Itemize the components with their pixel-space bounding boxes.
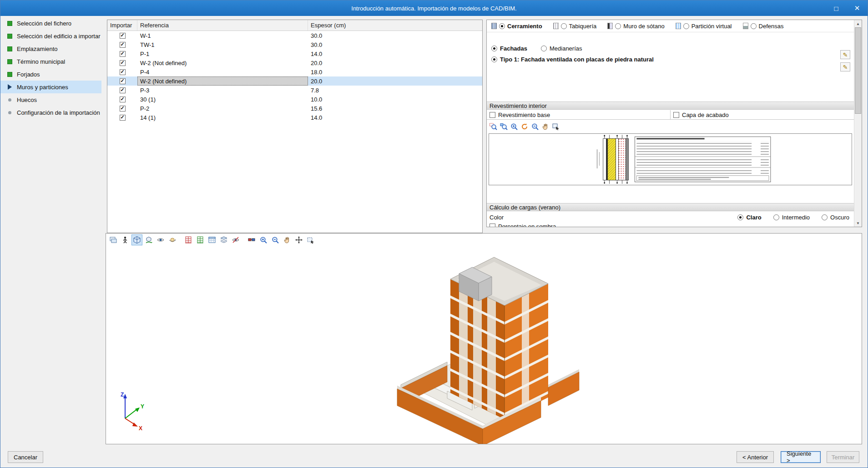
orbit-icon[interactable] — [167, 234, 178, 245]
shade-checkbox[interactable] — [490, 224, 495, 228]
radio-medianerias[interactable]: Medianerías — [541, 45, 582, 52]
stack-icon[interactable] — [218, 234, 229, 245]
zoom-in-icon[interactable] — [510, 122, 519, 131]
table-row[interactable]: 30 (1)10.0 — [107, 95, 482, 104]
radio[interactable] — [737, 214, 743, 220]
tab-cerramiento[interactable]: Cerramiento — [491, 23, 542, 30]
glasses-icon[interactable] — [246, 234, 257, 245]
table-row[interactable]: TW-130.0 — [107, 40, 482, 49]
edit-type-button[interactable]: ✎ — [840, 50, 850, 59]
floors-red-icon[interactable] — [183, 234, 194, 245]
close-button[interactable]: ✕ — [847, 0, 868, 16]
import-checkbox[interactable] — [120, 87, 126, 93]
radio-tipo-1[interactable]: Tipo 1: Fachada ventilada con placas de … — [491, 56, 654, 63]
thickness-cell: 15.6 — [308, 104, 482, 113]
walls-table: Importar Referencia Espesor (cm) W-130.0… — [107, 20, 483, 233]
scroll-down-icon[interactable]: ▼ — [854, 219, 862, 227]
hide-icon[interactable] — [230, 234, 241, 245]
scroll-up-icon[interactable]: ▲ — [854, 20, 862, 27]
radio[interactable] — [491, 46, 497, 51]
pan-hand-icon[interactable] — [541, 122, 550, 131]
import-checkbox[interactable] — [120, 69, 126, 75]
maximize-button[interactable]: □ — [826, 0, 847, 16]
tab-radio[interactable] — [499, 23, 505, 29]
radio-claro[interactable]: Claro — [737, 214, 761, 221]
import-checkbox[interactable] — [120, 33, 126, 39]
floors-green-icon[interactable] — [195, 234, 206, 245]
tab-muro-sotano[interactable]: Muro de sótano — [607, 23, 664, 30]
table-row[interactable]: P-418.0 — [107, 67, 482, 76]
export-view-icon[interactable] — [551, 122, 560, 131]
redraw-icon[interactable] — [520, 122, 529, 131]
radio[interactable] — [773, 214, 779, 220]
zoom-window-icon[interactable] — [489, 122, 498, 131]
previous-button[interactable]: < Anterior — [737, 451, 774, 463]
import-checkbox[interactable] — [120, 51, 126, 57]
zoom-extents-icon[interactable] — [499, 122, 508, 131]
import-checkbox[interactable] — [120, 42, 126, 48]
import-checkbox[interactable] — [120, 60, 126, 66]
pan-hand-icon[interactable] — [282, 234, 293, 245]
capa-acabado-option[interactable]: Capa de acabado — [670, 110, 854, 119]
shade-percentage-option[interactable]: Porcentaje en sombra — [490, 222, 556, 227]
radio[interactable] — [491, 56, 497, 62]
sidebar-item-label: Forjados — [17, 71, 40, 78]
zoom-out-icon[interactable] — [530, 122, 540, 131]
sidebar-item-muros-particiones[interactable]: Muros y particiones — [0, 81, 101, 93]
visibility-icon[interactable] — [155, 234, 166, 245]
radio-fachadas[interactable]: Fachadas — [491, 45, 527, 52]
tab-radio[interactable] — [561, 23, 567, 29]
grid-icon[interactable] — [207, 234, 217, 245]
table-row[interactable]: P-215.6 — [107, 104, 482, 113]
table-row-selected[interactable]: W-2 (Not defined)20.0 — [107, 76, 482, 86]
import-checkbox[interactable] — [120, 97, 126, 102]
scrollbar-thumb[interactable] — [855, 27, 861, 114]
table-row[interactable]: P-37.8 — [107, 86, 482, 95]
tab-radio[interactable] — [683, 23, 689, 29]
sidebar-item-huecos[interactable]: Huecos — [0, 93, 101, 106]
revestimiento-base-checkbox[interactable] — [490, 112, 495, 118]
import-checkbox[interactable] — [120, 106, 126, 112]
tab-radio[interactable] — [751, 23, 757, 29]
sidebar-item-seleccion-fichero[interactable]: Selección del fichero — [0, 17, 101, 30]
sidebar-item-forjados[interactable]: Forjados — [0, 68, 101, 81]
table-row[interactable]: W-130.0 — [107, 31, 482, 40]
reference-cell: 14 (1) — [137, 113, 308, 122]
radio[interactable] — [822, 214, 828, 220]
sidebar-item-emplazamiento[interactable]: Emplazamiento — [0, 42, 101, 55]
reference-cell: 30 (1) — [137, 95, 308, 104]
sidebar-item-termino-municipal[interactable]: Término municipal — [0, 55, 101, 68]
table-row[interactable]: W-2 (Not defined)20.0 — [107, 58, 482, 67]
cancel-button[interactable]: Cancelar — [8, 451, 43, 463]
sidebar-item-seleccion-edificio[interactable]: Selección del edificio a importar — [0, 30, 101, 42]
capture-icon[interactable] — [305, 234, 316, 245]
next-button[interactable]: Siguiente > — [781, 451, 821, 463]
layers-icon[interactable] — [108, 234, 119, 245]
radio[interactable] — [541, 46, 547, 51]
tab-particion-virtual[interactable]: Partición virtual — [676, 23, 732, 30]
rotate-view-icon[interactable] — [143, 234, 154, 245]
zoom-in-icon[interactable] — [258, 234, 269, 245]
step-done-icon — [7, 34, 12, 39]
revestimiento-base-option[interactable]: Revestimiento base — [487, 110, 670, 119]
pan-arrows-icon[interactable] — [293, 234, 304, 245]
radio-oscuro[interactable]: Oscuro — [822, 214, 849, 221]
capa-acabado-checkbox[interactable] — [673, 112, 679, 118]
zoom-out-icon[interactable] — [270, 234, 281, 245]
person-icon[interactable] — [120, 234, 131, 245]
radio-intermedio[interactable]: Intermedio — [773, 214, 810, 221]
radio-label: Intermedio — [782, 214, 810, 221]
table-row[interactable]: P-114.0 — [107, 49, 482, 58]
import-checkbox[interactable] — [120, 78, 126, 84]
panel-scrollbar[interactable]: ▲ ▼ — [854, 20, 862, 227]
table-row[interactable]: 14 (1)14.0 — [107, 113, 482, 122]
tab-defensas[interactable]: Defensas — [743, 23, 784, 30]
edit-layers-button[interactable]: ✎ — [840, 62, 850, 71]
tab-radio[interactable] — [615, 23, 621, 29]
wizard-sidebar: Selección del fichero Selección del edif… — [0, 17, 101, 448]
tab-tabiqueria[interactable]: Tabiquería — [553, 23, 597, 30]
import-checkbox[interactable] — [120, 115, 126, 121]
solid-view-icon[interactable] — [131, 234, 142, 245]
3d-viewport[interactable]: Z Y X — [106, 246, 862, 444]
sidebar-item-configuracion[interactable]: Configuración de la importación — [0, 106, 101, 119]
